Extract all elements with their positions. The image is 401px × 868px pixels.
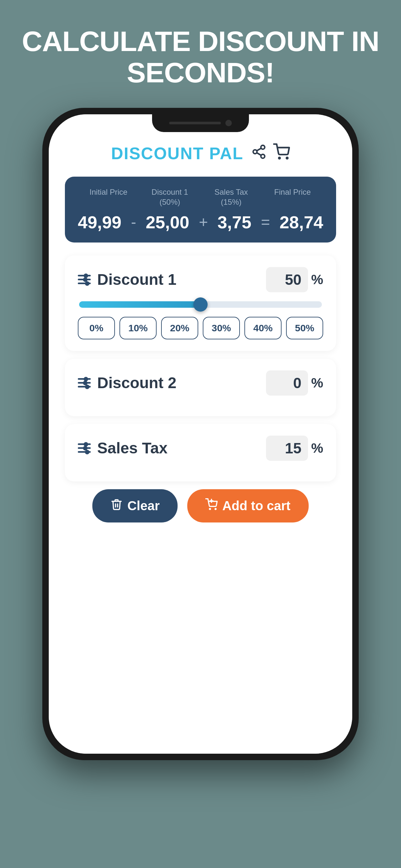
sales-tax-sliders-icon (78, 443, 91, 453)
discount1-input[interactable] (266, 267, 308, 292)
sales-tax-label: Sales Tax (97, 439, 167, 457)
value-discount: 25,00 (146, 212, 189, 232)
sales-tax-card: Sales Tax % (65, 424, 336, 482)
slider-line-3 (78, 283, 91, 284)
quick-btn-20[interactable]: 20% (161, 317, 198, 339)
discount2-value-box: % (266, 370, 323, 396)
label-discount1: Discount 1(50%) (139, 187, 201, 207)
discount1-slider-fill (79, 301, 201, 308)
discount1-label: Discount 1 (97, 271, 176, 288)
svg-point-5 (279, 157, 280, 159)
operator-minus: - (128, 213, 139, 231)
summary-values: 49,99 - 25,00 + 3,75 = 28,74 (78, 212, 323, 232)
svg-point-6 (286, 157, 288, 159)
add-cart-icon (205, 498, 218, 514)
discount2-header: Discount 2 % (78, 370, 323, 396)
svg-line-4 (257, 148, 261, 151)
svg-point-7 (210, 508, 211, 509)
notch-bar (169, 122, 221, 124)
discount2-card: Discount 2 % (65, 359, 336, 416)
quick-btn-30[interactable]: 30% (203, 317, 240, 339)
app-title: DISCOUNT PAL (111, 144, 243, 163)
discount1-slider-container[interactable] (78, 301, 323, 308)
summary-card: Initial Price Discount 1(50%) Sales Tax(… (65, 177, 336, 243)
sales-tax-title-row: Sales Tax (78, 439, 167, 457)
discount1-slider-thumb[interactable] (193, 298, 208, 312)
summary-labels: Initial Price Discount 1(50%) Sales Tax(… (78, 187, 323, 207)
phone-screen: DISCOUNT PAL (49, 114, 352, 754)
discount1-value-box: % (266, 267, 323, 292)
share-icon[interactable] (251, 144, 267, 163)
discount1-header: Discount 1 % (78, 267, 323, 292)
actions-row: Clear Add to cart (65, 489, 336, 523)
label-final-price: Final Price (262, 187, 323, 207)
d2-slider-line-1 (78, 378, 91, 380)
trash-icon (111, 498, 123, 514)
add-cart-label: Add to cart (222, 499, 290, 513)
svg-point-8 (215, 508, 216, 509)
quick-btn-40[interactable]: 40% (244, 317, 281, 339)
d2-slider-line-2 (78, 382, 91, 383)
value-tax: 3,75 (218, 212, 251, 232)
quick-btn-10[interactable]: 10% (120, 317, 157, 339)
discount2-input[interactable] (266, 370, 308, 396)
hero-title: CALCULATE DISCOUNT IN SECONDS! (0, 26, 401, 89)
quick-btn-0[interactable]: 0% (78, 317, 115, 339)
add-to-cart-button[interactable]: Add to cart (187, 489, 308, 523)
clear-label: Clear (127, 499, 159, 513)
sales-tax-value-box: % (266, 436, 323, 461)
svg-line-3 (257, 153, 261, 155)
phone-frame: DISCOUNT PAL (42, 108, 359, 760)
discount1-percent: % (311, 272, 323, 287)
notch-dot (225, 120, 232, 126)
sales-tax-percent: % (311, 440, 323, 456)
value-final: 28,74 (280, 212, 323, 232)
discount1-quick-buttons: 0% 10% 20% 30% 40% 50% (78, 317, 323, 339)
discount1-card: Discount 1 % 0% 10 (65, 255, 336, 351)
st-slider-line-3 (78, 451, 91, 453)
header-icons (251, 144, 290, 164)
sales-tax-header: Sales Tax % (78, 436, 323, 461)
st-slider-line-1 (78, 443, 91, 445)
slider-line-1 (78, 275, 91, 276)
operator-equals: = (258, 213, 273, 231)
st-slider-line-2 (78, 447, 91, 449)
discount2-sliders-icon (78, 378, 91, 388)
app-header: DISCOUNT PAL (65, 144, 336, 164)
clear-button[interactable]: Clear (92, 489, 178, 523)
screen-inner: DISCOUNT PAL (49, 114, 352, 754)
label-sales-tax: Sales Tax(15%) (201, 187, 262, 207)
discount2-label: Discount 2 (97, 374, 176, 392)
value-initial: 49,99 (78, 212, 121, 232)
label-initial-price: Initial Price (78, 187, 139, 207)
cart-icon[interactable] (273, 144, 290, 164)
discount1-slider-track (79, 301, 322, 308)
discount1-sliders-icon (78, 275, 91, 284)
operator-plus: + (196, 213, 211, 231)
d2-slider-line-3 (78, 386, 91, 388)
slider-line-2 (78, 279, 91, 280)
discount2-title-row: Discount 2 (78, 374, 176, 392)
discount1-title-row: Discount 1 (78, 271, 176, 288)
sales-tax-input[interactable] (266, 436, 308, 461)
discount2-percent: % (311, 375, 323, 391)
quick-btn-50[interactable]: 50% (286, 317, 323, 339)
phone-notch (152, 114, 249, 132)
